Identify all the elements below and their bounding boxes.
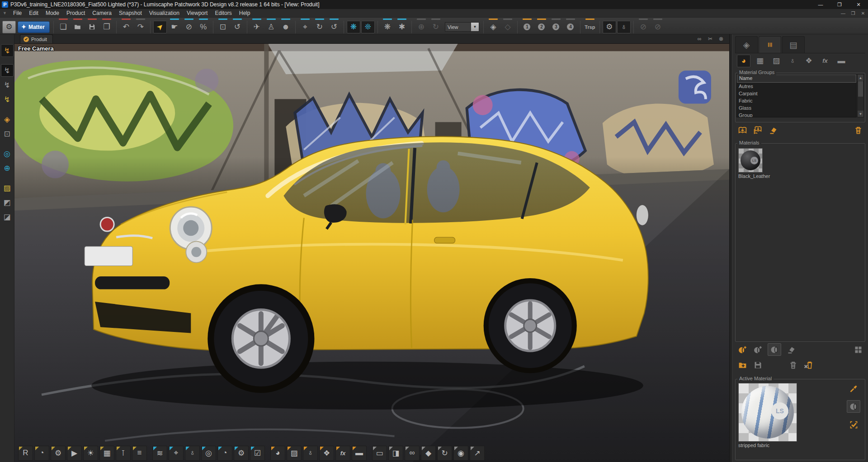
- subtab-navigation[interactable]: ❖: [802, 55, 816, 67]
- paint-material-button[interactable]: ❋: [347, 21, 360, 33]
- library-environments-button[interactable]: ♁: [303, 446, 318, 461]
- layers-visibility-button[interactable]: ◎: [201, 446, 216, 461]
- maximize-button[interactable]: ❐: [830, 0, 849, 9]
- new-document-button[interactable]: ❏: [57, 21, 70, 33]
- scroll-down-icon[interactable]: ▼: [858, 111, 863, 117]
- group-row-fabric[interactable]: Fabric: [737, 97, 856, 104]
- zoom-tool-button[interactable]: %: [197, 21, 210, 33]
- image-viewer-button[interactable]: ▨: [1, 182, 14, 194]
- planet-view-a-button[interactable]: ⊘: [637, 21, 650, 33]
- move-object-button[interactable]: ⊕: [415, 21, 428, 33]
- mdi-close-button[interactable]: ✕: [858, 11, 868, 16]
- video-capture-button[interactable]: ▶: [67, 446, 82, 461]
- texture-chart-a-button[interactable]: ◩: [1, 196, 14, 209]
- menu-product[interactable]: Product: [63, 9, 89, 17]
- paint-picker-button[interactable]: ✱: [395, 21, 409, 33]
- scroll-up-icon[interactable]: ▲: [858, 75, 863, 81]
- translate-gizmo-button[interactable]: ⌖: [298, 21, 312, 33]
- tab-scene-library[interactable]: ▤: [782, 36, 805, 53]
- group-row-group[interactable]: Group: [737, 112, 856, 117]
- active-material-item[interactable]: LS stripped fabric: [738, 383, 798, 457]
- configuration-tools-button[interactable]: ⚙: [234, 446, 249, 461]
- transparency-mode-button[interactable]: Trsp: [583, 21, 597, 33]
- detach-view-button[interactable]: ✂: [707, 36, 714, 42]
- sensor-frame-button[interactable]: ◈: [1, 113, 14, 126]
- camera-preset-3-button[interactable]: 3: [549, 21, 563, 33]
- library-fx-button[interactable]: fx: [335, 446, 350, 461]
- camera-preset-1-button[interactable]: 1: [520, 21, 534, 33]
- observer-mode-button[interactable]: ☻: [279, 21, 292, 33]
- select-tool-button[interactable]: ➤: [153, 21, 167, 33]
- camera-orbit-button[interactable]: ↺: [231, 21, 244, 33]
- active-material-thumbnail[interactable]: LS: [738, 383, 797, 442]
- realtime-render-power-button[interactable]: ↯: [1, 44, 14, 57]
- advanced-tools-button[interactable]: ◆: [421, 446, 436, 461]
- apply-material-check-button[interactable]: [848, 419, 859, 430]
- library-materials-button[interactable]: ◕: [270, 446, 285, 461]
- joystick-button[interactable]: ⊺: [116, 446, 131, 461]
- menu-file[interactable]: File: [9, 9, 25, 17]
- minimize-button[interactable]: —: [811, 0, 830, 9]
- settings-sliders-button[interactable]: ≡: [132, 446, 147, 461]
- plot-graph-button[interactable]: ↗: [470, 446, 485, 461]
- instantiate-material-button[interactable]: [752, 344, 763, 355]
- delete-material-button[interactable]: [788, 359, 798, 370]
- texture-chart-b-button[interactable]: ◪: [1, 210, 14, 223]
- material-thumbnail[interactable]: LS: [738, 148, 763, 173]
- subtab-fx[interactable]: fx: [818, 55, 832, 67]
- subtab-environments[interactable]: ♁: [786, 55, 799, 67]
- group-row-autres[interactable]: Autres: [737, 83, 856, 90]
- show-orbit-visibility-button[interactable]: ◎: [1, 147, 14, 160]
- link-view-button[interactable]: ∞: [696, 36, 703, 42]
- menu-viewport[interactable]: Viewport: [183, 9, 211, 17]
- matter-mode-button[interactable]: ✦Matter: [18, 21, 50, 33]
- groups-header[interactable]: Name: [737, 75, 856, 83]
- view-mode-select[interactable]: View▼: [445, 22, 479, 32]
- subtab-images[interactable]: ▨: [769, 55, 783, 67]
- matter-surface-tool-button[interactable]: ↯: [1, 64, 14, 77]
- material-groups-list[interactable]: Name Autres Carpaint Fabric Glass Group: [736, 74, 857, 117]
- save-as-button[interactable]: ❐: [100, 21, 113, 33]
- camera-preset-2-button[interactable]: 2: [535, 21, 548, 33]
- render-environment-button[interactable]: ♁: [617, 21, 631, 33]
- layers-materials-button[interactable]: ≋: [152, 446, 167, 461]
- undo-button[interactable]: ↶: [119, 21, 133, 33]
- open-document-button[interactable]: [71, 21, 85, 33]
- panel-splitter[interactable]: [729, 34, 732, 462]
- walk-mode-button[interactable]: ♙: [264, 21, 278, 33]
- planet-view-b-button[interactable]: ⊘: [651, 21, 665, 33]
- camera-preset-4-button[interactable]: 4: [564, 21, 577, 33]
- mdi-minimize-button[interactable]: —: [838, 11, 848, 16]
- subtab-postprocess[interactable]: ▬: [835, 55, 848, 67]
- add-group-button[interactable]: [737, 125, 748, 135]
- menu-snapshot[interactable]: Snapshot: [115, 9, 146, 17]
- material-item-black-leather[interactable]: LS Black_Leather: [738, 148, 764, 179]
- save-document-button[interactable]: [85, 21, 99, 33]
- redo-button[interactable]: ↷: [134, 21, 147, 33]
- new-material-button[interactable]: [737, 344, 748, 355]
- lighting-sun-button[interactable]: ☀: [83, 446, 98, 461]
- product-checklist-button[interactable]: ☑: [250, 446, 265, 461]
- close-view-button[interactable]: ⊗: [717, 36, 725, 42]
- subtab-materials[interactable]: ◕: [737, 55, 750, 67]
- snapshot-settings-button[interactable]: ⚙: [51, 446, 66, 461]
- application-settings-wrench-button[interactable]: ⚙: [2, 21, 16, 33]
- menu-edit[interactable]: Edit: [25, 9, 42, 17]
- chevron-down-icon[interactable]: ▼: [471, 23, 479, 31]
- menu-help[interactable]: Help: [236, 9, 254, 17]
- menu-camera[interactable]: Camera: [89, 9, 115, 17]
- scroll-thumb[interactable]: [858, 81, 863, 97]
- delete-group-button[interactable]: [853, 125, 863, 135]
- 3d-viewport[interactable]: Free Camera R◔⚙▶☀▦⊺≡≋⌖♁◎◔⚙☑◕▨♁❖fx▬▭◨∞◆↻◉…: [14, 44, 729, 462]
- group-row-carpaint[interactable]: Carpaint: [737, 90, 856, 97]
- library-images-button[interactable]: ▨: [287, 446, 302, 461]
- save-material-button[interactable]: [752, 359, 763, 370]
- measure-tool-button[interactable]: ▭: [372, 446, 387, 461]
- mdi-restore-button[interactable]: ❐: [848, 11, 858, 16]
- portal-editor-button[interactable]: ◨: [388, 446, 403, 461]
- layers-history-button[interactable]: ◔: [217, 446, 232, 461]
- rename-group-button[interactable]: [768, 125, 778, 135]
- rotate-object-button[interactable]: ↻: [429, 21, 443, 33]
- eye-target-button[interactable]: ◉: [453, 446, 468, 461]
- point-of-view-swap-button[interactable]: ◈: [486, 21, 500, 33]
